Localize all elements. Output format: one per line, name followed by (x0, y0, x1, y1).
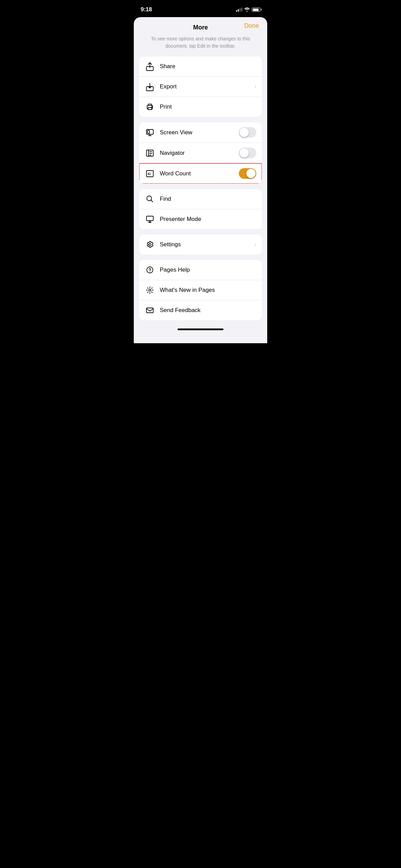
export-label: Export (160, 83, 255, 90)
sheet-header: More Done (134, 17, 267, 34)
svg-text:42: 42 (147, 173, 151, 176)
settings-label: Settings (160, 241, 255, 248)
word-count-label: Word Count (160, 170, 239, 177)
help-icon (145, 265, 155, 275)
screen-view-menu-item[interactable]: Screen View (139, 122, 262, 143)
home-indicator-area (134, 326, 267, 333)
feedback-icon (145, 305, 155, 315)
group-tools: Find Presenter Mode (139, 189, 262, 229)
presenter-mode-label: Presenter Mode (160, 216, 256, 223)
sheet: More Done To see more options and make c… (134, 17, 267, 343)
svg-point-3 (152, 107, 152, 107)
screen-view-toggle[interactable] (239, 127, 256, 138)
send-feedback-menu-item[interactable]: Send Feedback (139, 300, 262, 320)
share-label: Share (160, 63, 256, 70)
navigator-icon (145, 148, 155, 158)
wifi-icon (244, 8, 250, 12)
share-menu-item[interactable]: Share (139, 57, 262, 77)
group-share-export-print: Share Export › (139, 57, 262, 117)
word-count-toggle[interactable] (239, 168, 256, 179)
send-feedback-label: Send Feedback (160, 307, 256, 314)
sheet-subtitle: To see more options and make changes to … (134, 34, 267, 57)
whats-new-label: What's New in Pages (160, 287, 256, 294)
find-icon (145, 194, 155, 204)
svg-point-13 (149, 289, 151, 291)
find-label: Find (160, 196, 256, 202)
presenter-mode-icon (145, 214, 155, 224)
print-menu-item[interactable]: Print (139, 97, 262, 117)
svg-point-12 (150, 272, 150, 272)
pages-help-menu-item[interactable]: Pages Help (139, 260, 262, 280)
sheet-title: More (193, 24, 208, 31)
phone-frame: 9:18 (134, 0, 267, 343)
group-settings: Settings › (139, 235, 262, 255)
settings-menu-item[interactable]: Settings › (139, 235, 262, 255)
print-label: Print (160, 103, 256, 110)
group-view: Screen View Navigator (139, 122, 262, 184)
settings-icon (145, 239, 155, 250)
export-menu-item[interactable]: Export › (139, 77, 262, 97)
export-chevron-icon: › (255, 84, 256, 90)
presenter-mode-menu-item[interactable]: Presenter Mode (139, 209, 262, 229)
settings-chevron-icon: › (255, 241, 256, 248)
pages-help-label: Pages Help (160, 266, 256, 273)
word-count-menu-item[interactable]: 42 Word Count (139, 163, 262, 184)
navigator-menu-item[interactable]: Navigator (139, 143, 262, 163)
print-icon (145, 102, 155, 112)
battery-icon (252, 8, 260, 12)
share-icon (145, 61, 155, 72)
home-bar (178, 328, 223, 330)
navigator-toggle[interactable] (239, 148, 256, 158)
word-count-icon: 42 (145, 169, 155, 179)
screen-view-label: Screen View (160, 129, 239, 136)
status-time: 9:18 (141, 6, 152, 13)
status-icons (236, 8, 260, 12)
export-icon (145, 82, 155, 92)
svg-rect-10 (146, 216, 153, 221)
whats-new-icon (145, 285, 155, 295)
find-menu-item[interactable]: Find (139, 189, 262, 209)
svg-rect-14 (146, 308, 153, 313)
whats-new-menu-item[interactable]: What's New in Pages (139, 280, 262, 300)
screen-view-icon (145, 127, 155, 138)
done-button[interactable]: Done (244, 19, 259, 32)
group-help: Pages Help Wha (139, 260, 262, 320)
signal-icon (236, 8, 242, 12)
status-bar: 9:18 (134, 0, 267, 17)
navigator-label: Navigator (160, 150, 239, 157)
svg-rect-5 (147, 131, 150, 133)
